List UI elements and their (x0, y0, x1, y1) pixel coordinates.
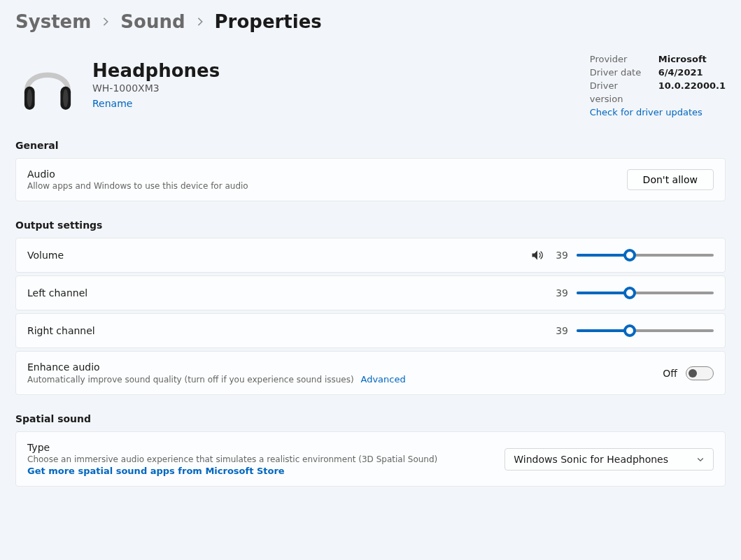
device-header: Headphones WH-1000XM3 Rename Provider Mi… (15, 53, 726, 117)
speaker-icon[interactable] (530, 248, 544, 262)
headphones-icon (15, 53, 80, 117)
right-channel-card: Right channel 39 (15, 313, 726, 348)
spatial-type-subtitle: Choose an immersive audio experience tha… (27, 454, 437, 464)
enhance-audio-card: Enhance audio Automatically improve soun… (15, 351, 726, 395)
driver-provider-label: Provider (590, 53, 650, 66)
driver-version-value: 10.0.22000.1 (658, 80, 726, 106)
breadcrumb: System Sound Properties (15, 13, 726, 31)
section-output-title: Output settings (15, 220, 726, 231)
general-audio-card: Audio Allow apps and Windows to use this… (15, 158, 726, 201)
svg-point-3 (63, 89, 68, 108)
general-audio-subtitle: Allow apps and Windows to use this devic… (27, 181, 248, 191)
driver-update-link[interactable]: Check for driver updates (590, 107, 703, 117)
enhance-audio-subtitle: Automatically improve sound quality (tur… (27, 375, 354, 385)
section-general-title: General (15, 140, 726, 151)
enhance-audio-title: Enhance audio (27, 361, 406, 373)
breadcrumb-system[interactable]: System (15, 13, 91, 31)
spatial-type-title: Type (27, 442, 437, 453)
device-name: Headphones (92, 61, 220, 81)
chevron-right-icon (101, 17, 111, 27)
left-channel-card: Left channel 39 (15, 275, 726, 310)
enhance-advanced-link[interactable]: Advanced (360, 374, 405, 385)
volume-slider[interactable] (577, 248, 714, 262)
rename-link[interactable]: Rename (92, 98, 132, 109)
driver-date-label: Driver date (590, 66, 650, 80)
svg-point-2 (27, 89, 32, 108)
right-channel-label: Right channel (27, 325, 95, 336)
spatial-type-combo[interactable]: Windows Sonic for Headphones (504, 448, 714, 471)
left-channel-value: 39 (553, 287, 568, 299)
driver-version-label: Driver version (590, 80, 650, 106)
volume-label: Volume (27, 250, 64, 261)
device-block: Headphones WH-1000XM3 Rename (15, 53, 220, 117)
right-channel-value: 39 (553, 325, 568, 336)
breadcrumb-current: Properties (215, 13, 322, 31)
driver-date-value: 6/4/2021 (658, 66, 703, 80)
volume-card: Volume 39 (15, 238, 726, 273)
chevron-down-icon (696, 455, 705, 464)
general-audio-title: Audio (27, 168, 248, 180)
dont-allow-button[interactable]: Don't allow (627, 169, 714, 190)
driver-provider-value: Microsoft (658, 53, 707, 66)
device-model: WH-1000XM3 (92, 82, 220, 94)
svg-marker-4 (532, 251, 538, 260)
enhance-toggle[interactable] (686, 366, 714, 380)
chevron-right-icon (195, 17, 205, 27)
enhance-toggle-label: Off (663, 368, 677, 379)
driver-info: Provider Microsoft Driver date 6/4/2021 … (590, 53, 726, 117)
breadcrumb-sound[interactable]: Sound (120, 13, 185, 31)
output-settings-stack: Volume 39 Left channel 39 Right (15, 238, 726, 395)
section-spatial-title: Spatial sound (15, 413, 726, 424)
spatial-type-card: Type Choose an immersive audio experienc… (15, 431, 726, 487)
spatial-type-selected: Windows Sonic for Headphones (514, 454, 668, 465)
right-channel-slider[interactable] (577, 324, 714, 338)
volume-value: 39 (553, 250, 568, 261)
left-channel-label: Left channel (27, 287, 87, 299)
left-channel-slider[interactable] (577, 286, 714, 300)
spatial-store-link[interactable]: Get more spatial sound apps from Microso… (27, 466, 437, 476)
